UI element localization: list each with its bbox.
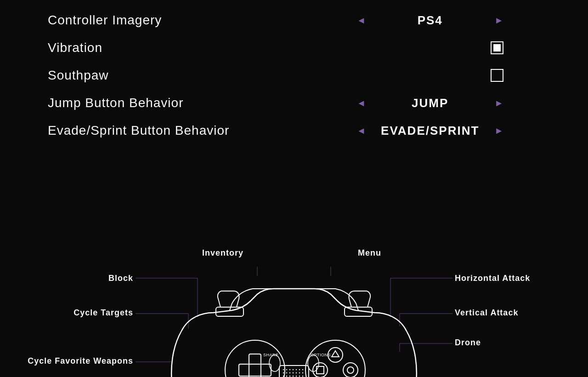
evade-sprint-label: Evade/Sprint Button Behavior: [48, 123, 356, 138]
jump-button-behavior-label: Jump Button Behavior: [48, 96, 356, 110]
controller-imagery-arrow-right[interactable]: ►: [494, 15, 503, 26]
svg-point-55: [293, 376, 294, 377]
svg-point-42: [296, 369, 297, 370]
svg-point-58: [302, 376, 303, 377]
svg-point-33: [269, 355, 280, 371]
svg-point-41: [293, 369, 294, 370]
svg-rect-30: [249, 354, 261, 377]
svg-point-38: [283, 369, 284, 370]
menu-label: Menu: [358, 248, 381, 258]
vibration-checkbox-wrapper: [491, 41, 503, 54]
evade-arrow-right[interactable]: ►: [494, 126, 503, 136]
svg-rect-92: [317, 366, 324, 374]
svg-rect-37: [279, 366, 309, 377]
svg-point-43: [299, 369, 300, 370]
controller-imagery-arrow-left[interactable]: ◄: [356, 15, 366, 26]
svg-point-39: [286, 369, 287, 370]
vibration-row: Vibration: [0, 36, 588, 60]
vibration-checkbox[interactable]: [491, 41, 503, 54]
svg-point-93: [343, 363, 358, 377]
jump-value: JUMP: [379, 96, 481, 110]
svg-point-94: [347, 367, 354, 373]
svg-point-57: [299, 376, 300, 377]
controller-imagery-control: ◄ PS4 ►: [356, 13, 540, 28]
southpaw-checkbox-wrapper: [491, 69, 503, 82]
southpaw-label: Southpaw: [48, 68, 491, 83]
cycle-targets-label: Cycle Targets: [74, 308, 133, 317]
vibration-label: Vibration: [48, 40, 491, 55]
evade-sprint-control: ◄ EVADE/SPRINT ►: [356, 124, 540, 138]
evade-arrow-left[interactable]: ◄: [356, 126, 366, 136]
svg-rect-32: [249, 364, 261, 376]
svg-point-50: [299, 372, 300, 373]
southpaw-row: Southpaw: [0, 63, 588, 87]
inventory-label: Inventory: [202, 248, 243, 258]
svg-point-47: [289, 372, 290, 373]
cycle-favorite-weapons-label: Cycle Favorite Weapons: [28, 356, 133, 366]
controller-imagery-row: Controller Imagery ◄ PS4 ►: [0, 8, 588, 32]
southpaw-checkbox[interactable]: [491, 69, 503, 82]
svg-marker-90: [332, 351, 339, 357]
jump-arrow-left[interactable]: ◄: [356, 98, 366, 109]
svg-point-48: [293, 372, 294, 373]
svg-point-54: [289, 376, 290, 377]
evade-sprint-row: Evade/Sprint Button Behavior ◄ EVADE/SPR…: [0, 119, 588, 143]
block-label: Block: [108, 274, 133, 283]
svg-point-44: [302, 369, 303, 370]
svg-point-52: [283, 376, 284, 377]
svg-point-45: [283, 372, 284, 373]
svg-point-53: [286, 376, 287, 377]
svg-point-51: [302, 372, 303, 373]
jump-button-behavior-row: Jump Button Behavior ◄ JUMP ►: [0, 91, 588, 115]
svg-point-46: [286, 372, 287, 373]
svg-point-49: [296, 372, 297, 373]
svg-point-91: [313, 363, 328, 377]
evade-value: EVADE/SPRINT: [379, 124, 481, 138]
controller-imagery-label: Controller Imagery: [48, 13, 356, 28]
jump-button-behavior-control: ◄ JUMP ►: [356, 96, 540, 110]
svg-point-56: [296, 376, 297, 377]
svg-text:SHARE: SHARE: [263, 353, 279, 357]
svg-point-40: [289, 369, 290, 370]
drone-label: Drone: [455, 338, 481, 347]
controller-imagery-value: PS4: [379, 13, 481, 28]
jump-arrow-right[interactable]: ►: [494, 98, 503, 109]
svg-rect-31: [239, 364, 271, 376]
horizontal-attack-label: Horizontal Attack: [455, 274, 530, 283]
vertical-attack-label: Vertical Attack: [455, 308, 518, 317]
